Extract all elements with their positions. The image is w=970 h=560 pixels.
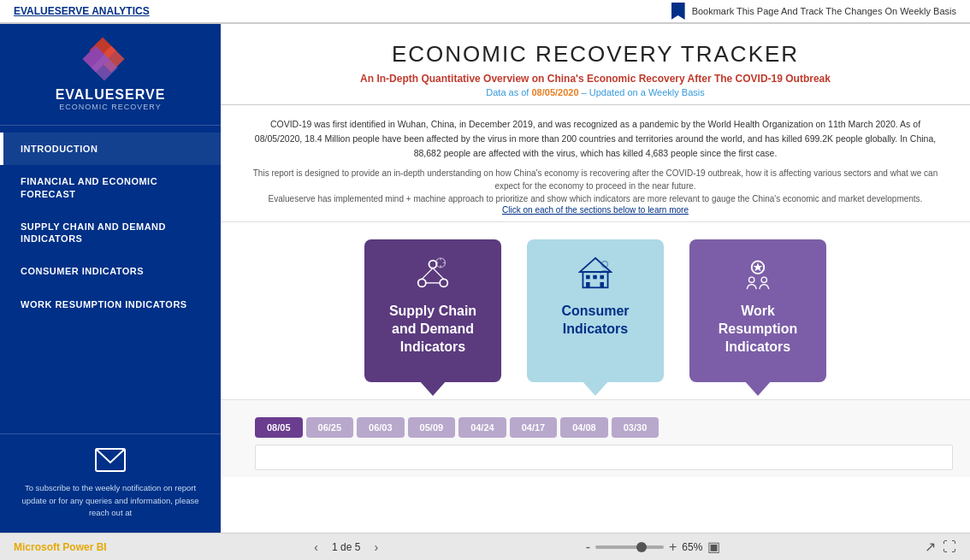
- date-chip-04-08[interactable]: 04/08: [560, 417, 608, 438]
- zoom-out-button[interactable]: -: [586, 539, 590, 555]
- sidebar-footer-text: To subscribe to the weekly notification …: [14, 482, 207, 519]
- bottom-right-icons: ↗ ⛶: [925, 539, 956, 555]
- card-supply-chain-label: Supply Chain and Demand Indicators: [378, 303, 488, 356]
- svg-rect-15: [600, 275, 604, 280]
- svg-line-4: [422, 268, 433, 280]
- page-separator: de: [340, 541, 355, 553]
- building-icon: [578, 256, 612, 291]
- timeline-section: 08/0506/2506/0305/0904/2404/1704/0803/30: [221, 399, 970, 477]
- date-chip-03-30[interactable]: 03/30: [612, 417, 659, 438]
- zoom-slider[interactable]: [595, 545, 664, 549]
- intro-paragraph-1: COVID-19 was first identified in Wuhan, …: [246, 117, 944, 160]
- sidebar-item-work[interactable]: WORK RESUMPTION INDICATORS: [0, 288, 221, 321]
- svg-line-5: [433, 268, 444, 280]
- next-page-button[interactable]: ›: [370, 540, 381, 554]
- timeline-dates: 08/0506/2506/0305/0904/2404/1704/0803/30: [238, 417, 953, 438]
- date-chip-06-25[interactable]: 06/25: [306, 417, 354, 438]
- evalueserve-analytics-link[interactable]: EVALUESERVE ANALYTICS: [14, 5, 150, 17]
- report-subtitle: An In-Depth Quantitative Overview on Chi…: [246, 73, 944, 85]
- mail-icon: [95, 448, 126, 472]
- svg-point-2: [418, 280, 426, 287]
- content-area: ECONOMIC RECOVERY TRACKER An In-Depth Qu…: [221, 24, 970, 533]
- card-supply-chain[interactable]: Supply Chain and Demand Indicators: [364, 239, 501, 381]
- logo-text-main: EVALUESERVE: [56, 87, 166, 103]
- fullscreen-button[interactable]: ⛶: [943, 539, 956, 555]
- svg-rect-13: [586, 275, 590, 280]
- cards-section: Supply Chain and Demand Indicators Consu…: [221, 222, 970, 398]
- sidebar: EVALUESERVE ECONOMIC RECOVERY INTRODUCTI…: [0, 24, 221, 533]
- network-icon: [416, 256, 450, 291]
- report-date: Data as of 08/05/2020 – Updated on a Wee…: [246, 87, 944, 97]
- svg-point-21: [749, 277, 754, 282]
- zoom-in-button[interactable]: +: [669, 539, 677, 555]
- zoom-slider-thumb[interactable]: [636, 542, 647, 552]
- svg-rect-17: [600, 282, 604, 287]
- card-work-resumption[interactable]: Work Resumption Indicators: [689, 239, 826, 381]
- intro-link[interactable]: Click on each of the sections below to l…: [246, 205, 944, 215]
- svg-point-22: [761, 277, 766, 282]
- card-work-resumption-label: Work Resumption Indicators: [703, 303, 813, 356]
- date-chip-04-17[interactable]: 04/17: [510, 417, 558, 438]
- svg-marker-18: [580, 258, 611, 272]
- intro-description-1: This report is designed to provide an in…: [246, 167, 944, 192]
- top-bar: EVALUESERVE ANALYTICS Bookmark This Page…: [0, 0, 970, 24]
- main-layout: EVALUESERVE ECONOMIC RECOVERY INTRODUCTI…: [0, 24, 970, 533]
- date-label: Data as of: [486, 87, 529, 97]
- powerbi-link[interactable]: Microsoft Power BI: [14, 541, 107, 553]
- bottom-bar: Microsoft Power BI ‹ 1 de 5 › - + 65% ▣ …: [0, 533, 970, 560]
- page-total: 5: [355, 541, 361, 553]
- fit-page-button[interactable]: ▣: [707, 539, 720, 555]
- date-suffix: – Updated on a Weekly Basis: [582, 87, 705, 97]
- svg-rect-16: [586, 282, 590, 287]
- svg-point-3: [440, 280, 447, 287]
- sidebar-item-financial[interactable]: FINANCIAL AND ECONOMIC FORECAST: [0, 165, 221, 210]
- date-chip-08-05[interactable]: 08/05: [255, 417, 303, 438]
- prev-page-button[interactable]: ‹: [311, 540, 322, 554]
- page-navigation: ‹ 1 de 5 ›: [311, 540, 381, 554]
- sidebar-footer: To subscribe to the weekly notification …: [0, 433, 221, 533]
- bookmark-icon: [671, 3, 685, 20]
- bookmark-section: Bookmark This Page And Track The Changes…: [671, 3, 956, 20]
- sidebar-logo: EVALUESERVE ECONOMIC RECOVERY: [0, 24, 221, 126]
- sidebar-item-introduction[interactable]: INTRODUCTION: [0, 133, 221, 165]
- logo-icon: [86, 41, 134, 82]
- sidebar-item-consumer[interactable]: CONSUMER INDICATORS: [0, 255, 221, 287]
- svg-rect-14: [593, 275, 597, 280]
- report-header: ECONOMIC RECOVERY TRACKER An In-Depth Qu…: [221, 24, 970, 105]
- card-consumer[interactable]: Consumer Indicators: [527, 239, 664, 381]
- timeline-content: [255, 445, 953, 470]
- people-icon: [741, 256, 775, 291]
- report-title: ECONOMIC RECOVERY TRACKER: [246, 41, 944, 68]
- report-intro: COVID-19 was first identified in Wuhan, …: [221, 105, 970, 222]
- logo-text-sub: ECONOMIC RECOVERY: [59, 103, 161, 111]
- page-indicator: 1 de 5: [332, 541, 360, 553]
- sidebar-nav: INTRODUCTIONFINANCIAL AND ECONOMIC FOREC…: [0, 126, 221, 433]
- bookmark-text: Bookmark This Page And Track The Changes…: [692, 6, 956, 16]
- date-value: 08/05/2020: [531, 87, 581, 97]
- date-chip-05-09[interactable]: 05/09: [408, 417, 456, 438]
- zoom-level: 65%: [682, 541, 702, 553]
- sidebar-item-supply[interactable]: SUPPLY CHAIN AND DEMAND INDICATORS: [0, 210, 221, 256]
- intro-description-2: Evalueserve has implemented mind + machi…: [246, 192, 944, 205]
- date-chip-06-03[interactable]: 06/03: [357, 417, 405, 438]
- page-current: 1: [332, 541, 338, 553]
- date-chip-04-24[interactable]: 04/24: [458, 417, 506, 438]
- card-consumer-label: Consumer Indicators: [541, 303, 650, 339]
- zoom-control: - + 65% ▣: [586, 539, 721, 555]
- share-button[interactable]: ↗: [925, 539, 936, 555]
